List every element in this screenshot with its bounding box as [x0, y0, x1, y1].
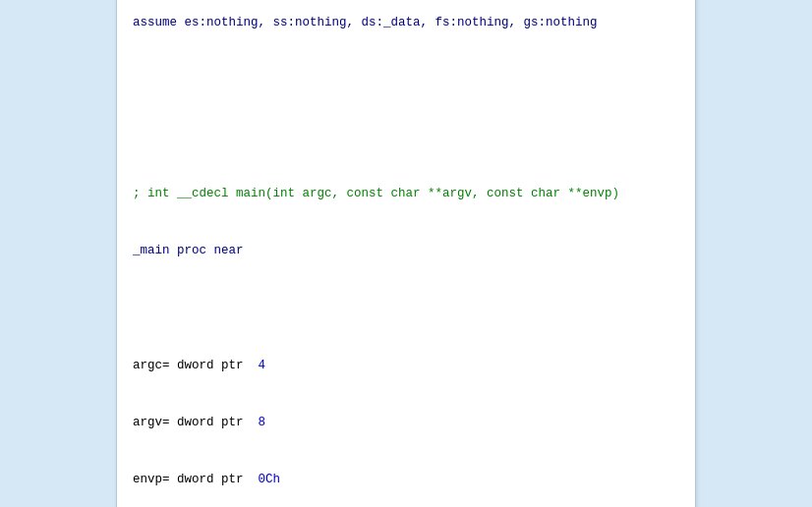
- line-17: argv= dword ptr 8: [133, 414, 679, 432]
- line-18: envp= dword ptr 0Ch: [133, 471, 679, 489]
- line-12: [133, 128, 679, 146]
- line-16: argc= dword ptr 4: [133, 357, 679, 375]
- line-10: assume es:nothing, ss:nothing, ds:_data,…: [133, 14, 679, 32]
- line-15: [133, 299, 679, 317]
- line-14: _main proc near: [133, 242, 679, 260]
- code-window: .686p .mmx .model flat ; Segment type: P…: [116, 0, 696, 507]
- line-13: ; int __cdecl main(int argc, const char …: [133, 185, 679, 203]
- line-11: [133, 71, 679, 89]
- code-block: .686p .mmx .model flat ; Segment type: P…: [133, 0, 679, 507]
